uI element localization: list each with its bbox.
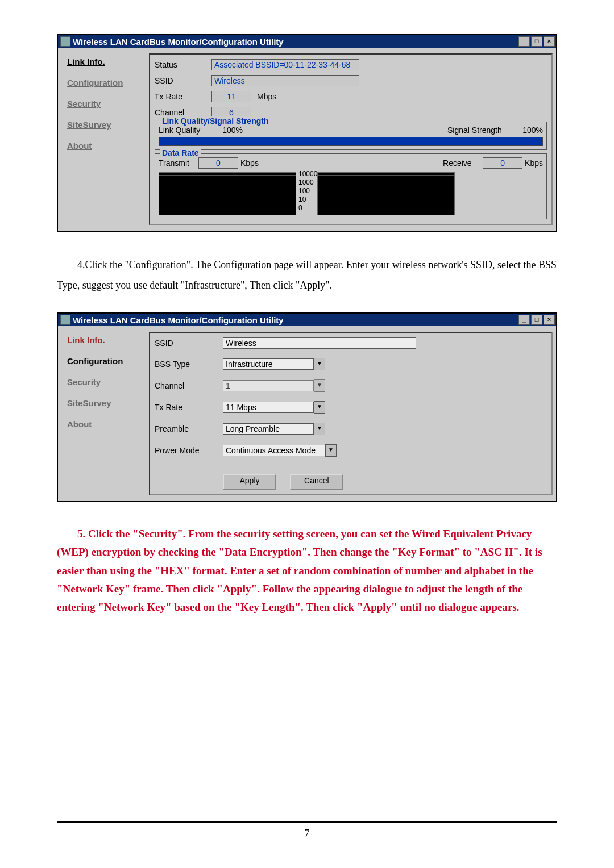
sidebar-2: Link Info. Configuration Security SiteSu…: [61, 332, 149, 495]
label-status: Status: [155, 60, 211, 69]
label-channel: Channel: [155, 108, 211, 117]
minimize-button-2[interactable]: _: [518, 315, 530, 325]
value-ssid[interactable]: Wireless: [211, 75, 359, 86]
chevron-down-icon: ▼: [314, 379, 325, 392]
maximize-button-2[interactable]: □: [531, 315, 542, 325]
legend-datarate: Data Rate: [160, 148, 201, 157]
nav-about-2[interactable]: About: [67, 419, 147, 429]
nav-link-info[interactable]: Link Info.: [67, 57, 147, 66]
select-channel[interactable]: 1 ▼: [223, 379, 325, 392]
paragraph-step5: 5. Click the "Security". From the securi…: [57, 525, 557, 616]
label-signal-strength: Signal Strength: [447, 126, 510, 135]
chart-scale: 10000 1000 100 10 0: [296, 170, 317, 212]
nav-security-2[interactable]: Security: [67, 377, 147, 387]
chart-transmit: [159, 172, 296, 215]
nav-security[interactable]: Security: [67, 99, 147, 108]
nav-sitesurvey-2[interactable]: SiteSurvey: [67, 398, 147, 408]
config-panel: SSID Wireless BSS Type Infrastructure ▼ …: [149, 332, 553, 495]
page-number: 7: [57, 828, 557, 840]
titlebar-2[interactable]: Wireless LAN CardBus Monitor/Configurati…: [58, 314, 556, 326]
chevron-down-icon: ▼: [314, 401, 325, 414]
window-link-info: Wireless LAN CardBus Monitor/Configurati…: [57, 34, 557, 232]
app-icon: [60, 36, 70, 47]
label-bsstype: BSS Type: [155, 360, 223, 369]
bar-quality: [159, 137, 543, 146]
select-bsstype[interactable]: Infrastructure ▼: [223, 358, 325, 370]
chevron-down-icon: ▼: [325, 444, 337, 457]
select-txrate[interactable]: 11 Mbps ▼: [223, 401, 325, 414]
value-link-quality: 100%: [209, 126, 243, 135]
input-cfg-ssid[interactable]: Wireless: [223, 337, 416, 349]
link-info-panel: Status Associated BSSID=00-11-22-33-44-6…: [149, 53, 553, 225]
value-receive[interactable]: 0: [483, 157, 522, 169]
maximize-button[interactable]: □: [531, 36, 542, 47]
unit-mbps: Mbps: [257, 92, 276, 101]
fieldset-quality: Link Quality/Signal Strength Link Qualit…: [155, 122, 547, 150]
nav-link-info-2[interactable]: Link Info.: [67, 335, 147, 345]
label-cfg-txrate: Tx Rate: [155, 403, 223, 412]
label-ssid: SSID: [155, 76, 211, 85]
value-status[interactable]: Associated BSSID=00-11-22-33-44-68: [211, 59, 359, 70]
select-preamble[interactable]: Long Preamble ▼: [223, 423, 325, 435]
label-cfg-channel: Channel: [155, 381, 223, 390]
label-txrate: Tx Rate: [155, 92, 211, 101]
nav-sitesurvey[interactable]: SiteSurvey: [67, 120, 147, 130]
close-button[interactable]: ×: [544, 36, 555, 47]
window-title: Wireless LAN CardBus Monitor/Configurati…: [73, 37, 518, 47]
select-powermode[interactable]: Continuous Access Mode ▼: [223, 444, 337, 457]
label-cfg-ssid: SSID: [155, 339, 223, 348]
label-transmit: Transmit: [159, 158, 198, 168]
apply-button[interactable]: Apply: [223, 474, 276, 490]
window-title-2: Wireless LAN CardBus Monitor/Configurati…: [73, 315, 518, 325]
chart-receive: [317, 172, 455, 215]
label-preamble: Preamble: [155, 424, 223, 433]
nav-configuration[interactable]: Configuration: [67, 78, 147, 87]
close-button-2[interactable]: ×: [544, 315, 555, 325]
chevron-down-icon: ▼: [314, 423, 325, 435]
chevron-down-icon: ▼: [314, 358, 325, 370]
paragraph-step4: 4.Click the "Configuration". The Configu…: [57, 254, 557, 295]
titlebar[interactable]: Wireless LAN CardBus Monitor/Configurati…: [58, 35, 556, 48]
minimize-button[interactable]: _: [518, 36, 530, 47]
sidebar: Link Info. Configuration Security SiteSu…: [61, 53, 149, 225]
unit-kbps-rx: Kbps: [525, 158, 543, 168]
app-icon-2: [60, 315, 70, 325]
nav-configuration-2[interactable]: Configuration: [67, 356, 147, 366]
nav-about[interactable]: About: [67, 141, 147, 151]
legend-quality: Link Quality/Signal Strength: [160, 116, 271, 126]
value-txrate[interactable]: 11: [211, 91, 251, 102]
fieldset-datarate: Data Rate Transmit 0 Kbps Receive 0 Kbps…: [155, 153, 547, 219]
label-link-quality: Link Quality: [159, 126, 204, 135]
label-receive: Receive: [443, 158, 483, 168]
cancel-button[interactable]: Cancel: [290, 474, 343, 490]
value-signal-strength: 100%: [515, 126, 543, 135]
label-powermode: Power Mode: [155, 446, 223, 455]
value-transmit[interactable]: 0: [198, 157, 238, 169]
unit-kbps-tx: Kbps: [240, 158, 269, 168]
window-configuration: Wireless LAN CardBus Monitor/Configurati…: [57, 312, 557, 502]
footer-rule: [57, 821, 557, 823]
